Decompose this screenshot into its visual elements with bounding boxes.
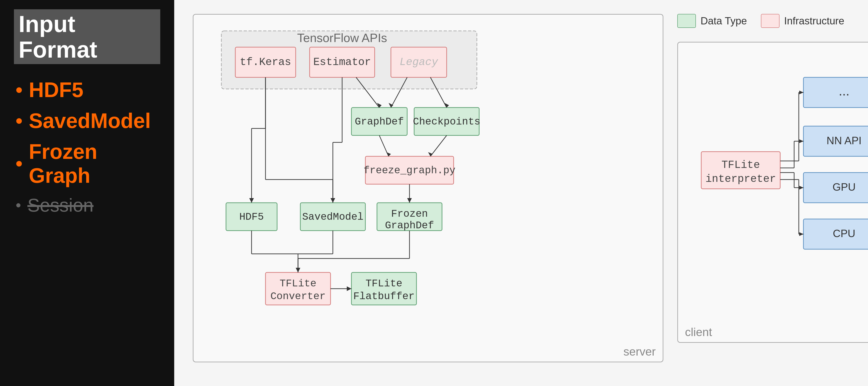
svg-marker-75 [799,91,803,94]
bullet-dot-savedmodel [16,118,22,124]
svg-text:TFLite: TFLite [280,278,316,289]
svg-text:TensorFlow APIs: TensorFlow APIs [297,31,387,44]
left-panel: Input Format HDF5 SavedModel Frozen Grap… [0,0,174,386]
svg-text:GraphDef: GraphDef [355,116,404,128]
legend-data-type-label: Data Type [701,15,747,27]
bullet-label-hdf5: HDF5 [29,78,83,102]
svg-text:freeze_graph.py: freeze_graph.py [364,165,456,176]
svg-text:GraphDef: GraphDef [385,220,434,231]
legend-infrastructure-label: Infrastructure [784,15,844,27]
svg-rect-64 [803,77,868,107]
client-box: client TFLite interpreter ... NN API GPU [677,42,868,343]
svg-text:TFLite: TFLite [366,278,402,289]
page-title: Input Format [14,9,160,64]
svg-text:Converter: Converter [270,291,326,302]
flow-diagram-svg: TensorFlow APIs tf.Keras Estimator Legac… [208,26,649,351]
svg-line-46 [430,135,447,156]
legend-infrastructure-box [761,14,779,28]
diagram-area: server TensorFlow APIs tf.Keras Estimato… [193,14,868,372]
svg-text:Legacy: Legacy [400,56,438,68]
svg-text:Flatbuffer: Flatbuffer [353,291,414,302]
legend-data-type: Data Type [677,14,747,28]
bullet-dot-hdf5 [16,87,22,93]
svg-text:HDF5: HDF5 [239,211,264,223]
list-item-session: Session [14,195,160,216]
list-item-savedmodel: SavedModel [14,109,160,133]
svg-text:Frozen: Frozen [391,208,428,220]
svg-marker-45 [386,152,391,156]
svg-text:CPU: CPU [833,227,855,239]
list-item-frozen-graph: Frozen Graph [14,140,160,188]
svg-marker-30 [249,198,254,203]
svg-marker-79 [799,139,803,143]
bullet-dot-session [16,203,21,207]
svg-marker-83 [799,186,803,190]
svg-marker-41 [389,103,393,107]
client-label: client [685,325,712,339]
bullet-label-frozen-graph: Frozen Graph [29,140,160,188]
svg-text:...: ... [839,84,850,98]
list-item-hdf5: HDF5 [14,78,160,102]
svg-text:NN API: NN API [827,134,862,147]
legend-area: Data Type Infrastructure [677,14,868,28]
svg-marker-87 [799,232,803,236]
legend-data-type-box [677,14,696,28]
right-panel: server TensorFlow APIs tf.Keras Estimato… [174,0,868,386]
client-diagram-svg: TFLite interpreter ... NN API GPU CPU [687,54,868,333]
svg-text:SavedModel: SavedModel [302,211,364,223]
svg-text:Checkpoints: Checkpoints [413,116,480,128]
bullet-list: HDF5 SavedModel Frozen Graph Session [14,78,160,216]
svg-text:tf.Keras: tf.Keras [240,56,291,68]
svg-marker-49 [407,198,412,203]
bullet-label-savedmodel: SavedModel [29,109,151,133]
server-box: server TensorFlow APIs tf.Keras Estimato… [193,14,663,362]
svg-marker-47 [428,152,433,156]
svg-text:Estimator: Estimator [313,56,371,68]
bullet-dot-frozen-graph [16,161,22,166]
right-side: Data Type Infrastructure client TFLite i… [677,14,868,343]
svg-marker-60 [347,286,351,291]
svg-text:GPU: GPU [833,181,856,193]
svg-text:TFLite: TFLite [721,159,760,171]
svg-text:interpreter: interpreter [705,173,776,185]
bullet-label-session: Session [27,195,94,216]
server-label: server [623,345,656,358]
legend-infrastructure: Infrastructure [761,14,844,28]
